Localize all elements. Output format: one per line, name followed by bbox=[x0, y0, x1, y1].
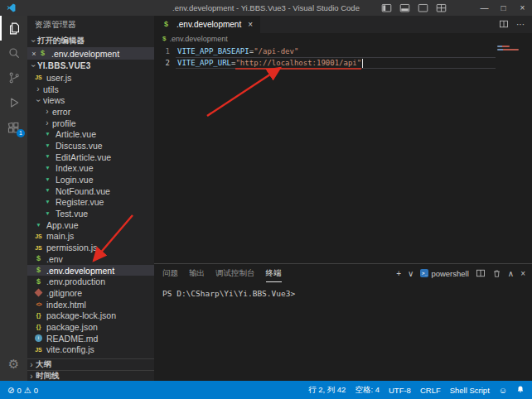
json-file-icon: {} bbox=[34, 312, 43, 319]
tree-item-vite.config.js[interactable]: JSvite.config.js bbox=[27, 344, 154, 356]
annotation-underline bbox=[235, 68, 361, 70]
customize-layout-icon[interactable] bbox=[436, 2, 447, 13]
tree-item-utils[interactable]: ›utils bbox=[27, 84, 154, 95]
tab-env-development[interactable]: $ .env.development × bbox=[154, 16, 260, 33]
code-line-1[interactable]: 1VITE_APP_BASEAPI="/api-dev" bbox=[154, 46, 532, 57]
tree-item-permission.js[interactable]: JSpermission.js bbox=[27, 242, 154, 253]
error-circle-icon: ⊘ bbox=[7, 386, 14, 395]
sidebar-explorer: 资源管理器 › 打开的编辑器 × $ .env.development › YI… bbox=[27, 16, 154, 381]
eol-indicator[interactable]: CRLF bbox=[420, 386, 441, 395]
tree-item-.env[interactable]: $.env bbox=[27, 253, 154, 265]
tree-item-.gitignore[interactable]: .gitignore bbox=[27, 287, 154, 299]
panel-tab-输出[interactable]: 输出 bbox=[189, 265, 205, 282]
maximize-button[interactable]: □ bbox=[494, 0, 513, 16]
indent-indicator[interactable]: 空格: 4 bbox=[355, 385, 380, 396]
new-terminal-icon[interactable]: + bbox=[396, 269, 401, 278]
tree-item-Discuss.vue[interactable]: ▼Discuss.vue bbox=[27, 140, 154, 151]
vscode-window: .env.development - Yi.BBS.Vue3 - Visual … bbox=[0, 0, 532, 399]
activity-run-debug-icon[interactable] bbox=[0, 90, 27, 115]
open-editor-item[interactable]: × $ .env.development bbox=[27, 47, 154, 60]
terminal-content[interactable]: PS D:\CSharp\Yi\Yi.BBS.Vue3> bbox=[154, 282, 532, 381]
kill-terminal-icon[interactable] bbox=[492, 269, 501, 278]
breadcrumb[interactable]: $ .env.development bbox=[154, 33, 532, 45]
chevron-down-icon: › bbox=[29, 62, 38, 70]
tree-item-Index.vue[interactable]: ▼Index.vue bbox=[27, 163, 154, 175]
tree-item-EditArticle.vue[interactable]: ▼EditArticle.vue bbox=[27, 151, 154, 163]
maximize-panel-icon[interactable]: ∧ bbox=[508, 269, 514, 278]
close-window-button[interactable]: × bbox=[513, 0, 532, 16]
minimize-button[interactable]: — bbox=[475, 0, 494, 16]
activity-extensions-icon[interactable]: 1 bbox=[0, 115, 27, 140]
env-file-icon: $ bbox=[34, 255, 43, 262]
split-terminal-icon[interactable] bbox=[476, 268, 486, 278]
project-header[interactable]: › YI.BBS.VUE3 bbox=[27, 60, 154, 72]
activity-explorer-icon[interactable] bbox=[0, 16, 27, 41]
env-file-icon: $ bbox=[38, 50, 47, 57]
tree-item-label: index.html bbox=[46, 300, 86, 310]
chevron-right-icon: › bbox=[43, 107, 51, 116]
toggle-sidebar-icon[interactable] bbox=[381, 2, 392, 13]
panel-tab-调试控制台[interactable]: 调试控制台 bbox=[215, 265, 255, 282]
notifications-bell-icon[interactable] bbox=[516, 385, 525, 396]
tree-item-App.vue[interactable]: ▼App.vue bbox=[27, 219, 154, 231]
tree-item-profile[interactable]: ›profile bbox=[27, 118, 154, 129]
close-panel-icon[interactable]: × bbox=[520, 269, 525, 278]
panel-tab-问题[interactable]: 问题 bbox=[162, 265, 178, 282]
activity-bar-top: 1 bbox=[0, 16, 27, 140]
tree-item-.env.development[interactable]: $.env.development bbox=[27, 265, 154, 276]
cursor-position[interactable]: 行 2, 列 42 bbox=[308, 385, 346, 396]
more-actions-icon[interactable]: ··· bbox=[516, 20, 525, 29]
tree-item-label: views bbox=[43, 95, 65, 105]
settings-gear-icon[interactable]: ⚙ bbox=[0, 352, 27, 377]
encoding-indicator[interactable]: UTF-8 bbox=[389, 386, 411, 395]
vue-file-icon: ▼ bbox=[43, 200, 52, 205]
tree-item-Article.vue[interactable]: ▼Article.vue bbox=[27, 128, 154, 140]
tree-item-.env.production[interactable]: $.env.production bbox=[27, 276, 154, 287]
toggle-secondary-sidebar-icon[interactable] bbox=[418, 2, 428, 13]
tree-item-label: Article.vue bbox=[56, 129, 96, 139]
editor-area: $ .env.development × ··· $ .env.developm… bbox=[154, 16, 532, 381]
toggle-panel-icon[interactable] bbox=[399, 2, 410, 13]
terminal-shell-selector[interactable]: >_ powershell bbox=[420, 269, 468, 278]
minimap[interactable] bbox=[497, 46, 522, 52]
tree-item-error[interactable]: ›error bbox=[27, 106, 154, 118]
launch-profile-chevron-icon[interactable]: ∨ bbox=[408, 269, 414, 278]
code-string: "http://localhost:19001/api" bbox=[235, 59, 361, 67]
tree-item-package-lock.json[interactable]: {}package-lock.json bbox=[27, 310, 154, 321]
split-editor-icon[interactable] bbox=[499, 19, 509, 31]
tree-item-Test.vue[interactable]: ▼Test.vue bbox=[27, 208, 154, 219]
tree-item-package.json[interactable]: {}package.json bbox=[27, 321, 154, 333]
problems-indicator[interactable]: ⊘ 0 ⚠ 0 bbox=[7, 386, 38, 395]
tree-item-NotFound.vue[interactable]: ▼NotFound.vue bbox=[27, 185, 154, 197]
env-file-icon: $ bbox=[34, 267, 43, 274]
feedback-smiley-icon[interactable]: ☺ bbox=[499, 386, 507, 395]
chevron-right-icon: › bbox=[27, 372, 36, 381]
vue-file-icon: ▼ bbox=[43, 211, 52, 217]
language-indicator[interactable]: Shell Script bbox=[450, 386, 490, 395]
chevron-right-icon: › bbox=[27, 360, 36, 369]
tree-item-main.js[interactable]: JSmain.js bbox=[27, 231, 154, 243]
tree-item-README.md[interactable]: iREADME.md bbox=[27, 333, 154, 344]
panel-tab-终端[interactable]: 终端 bbox=[266, 265, 282, 282]
activity-search-icon[interactable] bbox=[0, 41, 27, 65]
json-file-icon: {} bbox=[34, 324, 43, 330]
chevron-down-icon: › bbox=[29, 36, 38, 45]
code-editor[interactable]: 1VITE_APP_BASEAPI="/api-dev"2VITE_APP_UR… bbox=[154, 45, 532, 263]
tree-item-views[interactable]: ›views bbox=[27, 94, 154, 106]
section-label: 时间线 bbox=[36, 371, 60, 382]
close-tab-icon[interactable]: × bbox=[248, 20, 253, 29]
breadcrumb-item[interactable]: .env.development bbox=[169, 35, 227, 43]
code-lines: 1VITE_APP_BASEAPI="/api-dev"2VITE_APP_UR… bbox=[154, 45, 532, 69]
tree-item-Login.vue[interactable]: ▼Login.vue bbox=[27, 174, 154, 185]
tree-item-Register.vue[interactable]: ▼Register.vue bbox=[27, 197, 154, 209]
section-时间线[interactable]: ›时间线 bbox=[27, 370, 154, 381]
open-editors-header[interactable]: › 打开的编辑器 bbox=[27, 34, 154, 47]
tree-item-label: App.vue bbox=[46, 220, 79, 230]
section-大纲[interactable]: ›大纲 bbox=[27, 359, 154, 370]
window-controls: — □ × bbox=[475, 0, 532, 16]
tree-item-user.js[interactable]: JSuser.js bbox=[27, 72, 154, 84]
tree-item-index.html[interactable]: <>index.html bbox=[27, 299, 154, 310]
activity-source-control-icon[interactable] bbox=[0, 65, 27, 90]
close-icon[interactable]: × bbox=[30, 50, 38, 58]
vue-file-icon: ▼ bbox=[43, 177, 52, 183]
